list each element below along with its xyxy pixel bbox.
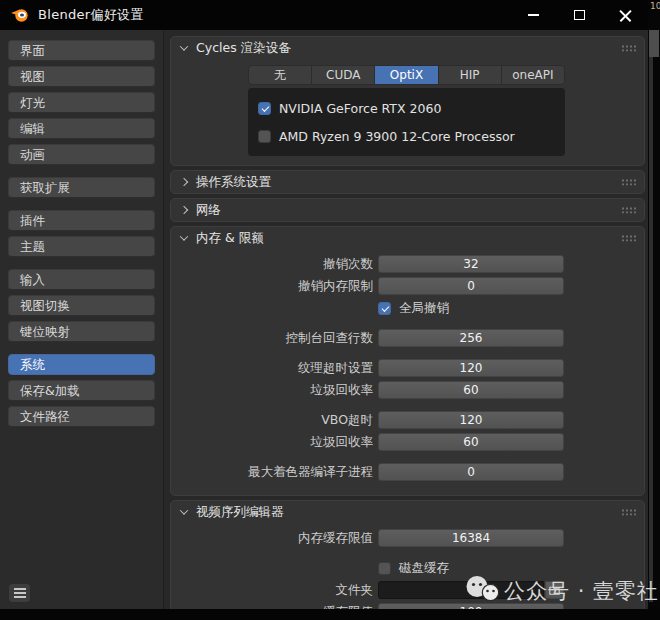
checkbox-label: 磁盘缓存 — [399, 560, 449, 577]
sidebar-item[interactable]: 插件 — [8, 210, 155, 231]
panel-header-video-sequencer[interactable]: 视频序列编辑器 — [171, 501, 644, 523]
sidebar-nav: 界面视图灯光编辑动画获取扩展插件主题输入视图切换键位映射系统保存&加载文件路径 — [0, 30, 164, 609]
sidebar-group: 界面视图灯光编辑动画 — [8, 40, 155, 165]
sidebar-item[interactable]: 系统 — [8, 354, 155, 375]
window-title: Blender偏好设置 — [38, 6, 144, 24]
field-label: 最大着色器编译子进程 — [171, 464, 373, 481]
row-gap — [171, 403, 644, 411]
grip-icon[interactable] — [621, 45, 636, 52]
panel-header-os-settings[interactable]: 操作系统设置 — [171, 171, 644, 193]
number-field[interactable]: 0 — [378, 463, 564, 481]
device-row: AMD Ryzen 9 3900 12-Core Processor — [258, 124, 555, 148]
panel-title: Cycles 渲染设备 — [196, 40, 291, 57]
checkbox[interactable] — [378, 302, 391, 315]
device-checkbox[interactable] — [258, 102, 271, 115]
maximize-icon — [574, 10, 585, 20]
number-field[interactable]: 60 — [378, 433, 564, 451]
background-fragment-column — [649, 57, 653, 602]
panel-network: 网络 — [170, 198, 645, 222]
field-label: 纹理超时设置 — [171, 360, 373, 377]
sidebar-item[interactable]: 获取扩展 — [8, 177, 155, 198]
number-field[interactable]: 0 — [378, 277, 564, 295]
device-list: NVIDIA GeForce RTX 2060AMD Ryzen 9 3900 … — [248, 88, 565, 156]
sidebar-item[interactable]: 动画 — [8, 144, 155, 165]
sidebar-item[interactable]: 键位映射 — [8, 321, 155, 342]
sidebar-item[interactable]: 编辑 — [8, 118, 155, 139]
sidebar-item[interactable]: 保存&加载 — [8, 380, 155, 401]
panel-memory-limits: 内存 & 限额撤销次数32撤销内存限制0全局撤销控制台回查行数256纹理超时设置… — [170, 226, 645, 496]
form-row: 撤销内存限制0 — [171, 277, 644, 295]
panel-os-settings: 操作系统设置 — [170, 170, 645, 194]
grip-icon[interactable] — [621, 207, 636, 214]
row-gap — [171, 551, 644, 559]
window-controls — [510, 0, 648, 30]
form-row: 控制台回查行数256 — [171, 329, 644, 347]
number-field[interactable]: 120 — [378, 411, 564, 429]
render-device-tab[interactable]: OptiX — [375, 66, 438, 84]
form-row: 撤销次数32 — [171, 255, 644, 273]
form-row: 全局撤销 — [171, 299, 644, 317]
checkbox[interactable] — [378, 562, 391, 575]
device-label: NVIDIA GeForce RTX 2060 — [279, 101, 441, 116]
grip-icon[interactable] — [621, 179, 636, 186]
device-row: NVIDIA GeForce RTX 2060 — [258, 96, 555, 120]
grip-icon[interactable] — [621, 235, 636, 242]
sidebar-group: 输入视图切换键位映射 — [8, 269, 155, 342]
row-gap — [171, 321, 644, 329]
form-row: 垃圾回收率60 — [171, 381, 644, 399]
field-label: 撤销内存限制 — [171, 278, 373, 295]
sidebar-group: 插件主题 — [8, 210, 155, 257]
field-label: 撤销次数 — [171, 256, 373, 273]
blender-preferences-window: Blender偏好设置 界面视图灯光编辑动画获取扩展插件主题输入视图切换键位映射… — [0, 0, 648, 609]
background-fragment-text: 10 — [650, 1, 660, 11]
watermark: 公众号 · 壹零社 — [464, 575, 659, 606]
panel-title: 网络 — [196, 202, 221, 219]
form-row: 最大着色器编译子进程0 — [171, 463, 644, 481]
sidebar-item[interactable]: 输入 — [8, 269, 155, 290]
close-button[interactable] — [602, 0, 648, 30]
form-row: 纹理超时设置120 — [171, 359, 644, 377]
close-icon — [619, 9, 632, 22]
field-label: 文件夹 — [171, 582, 373, 599]
sidebar-item[interactable]: 视图切换 — [8, 295, 155, 316]
number-field[interactable]: 32 — [378, 255, 564, 273]
field-label: 垃圾回收率 — [171, 434, 373, 451]
panel-cycles-render-devices: Cycles 渲染设备无CUDAOptiXHIPoneAPINVIDIA GeF… — [170, 36, 645, 166]
panel-title: 操作系统设置 — [196, 174, 271, 191]
main-panel-area: Cycles 渲染设备无CUDAOptiXHIPoneAPINVIDIA GeF… — [164, 30, 648, 609]
panel-header-network[interactable]: 网络 — [171, 199, 644, 221]
row-gap — [171, 455, 644, 463]
number-field[interactable]: 120 — [378, 359, 564, 377]
panel-header-memory-limits[interactable]: 内存 & 限额 — [171, 227, 644, 249]
device-checkbox[interactable] — [258, 130, 271, 143]
form-content: 撤销次数32撤销内存限制0全局撤销控制台回查行数256纹理超时设置120垃圾回收… — [171, 249, 644, 495]
number-field[interactable]: 256 — [378, 329, 564, 347]
title-bar[interactable]: Blender偏好设置 — [0, 0, 648, 30]
render-device-tab[interactable]: HIP — [439, 66, 502, 84]
sidebar-item[interactable]: 灯光 — [8, 92, 155, 113]
minimize-button[interactable] — [510, 0, 556, 30]
sidebar-item[interactable]: 文件路径 — [8, 406, 155, 427]
field-label: 内存缓存限值 — [171, 530, 373, 547]
number-field[interactable]: 16384 — [378, 529, 564, 547]
chevron-right-icon — [180, 178, 188, 186]
sidebar-group: 系统保存&加载文件路径 — [8, 354, 155, 427]
bottom-black-bar — [0, 609, 660, 620]
chevron-down-icon — [180, 232, 188, 240]
grip-icon[interactable] — [621, 509, 636, 516]
field-label: VBO超时 — [171, 412, 373, 429]
blender-logo-icon — [11, 8, 29, 22]
panel-title: 内存 & 限额 — [196, 230, 264, 247]
sidebar-item[interactable]: 界面 — [8, 40, 155, 61]
form-row: 内存缓存限值16384 — [171, 529, 644, 547]
sidebar-item[interactable]: 视图 — [8, 66, 155, 87]
panel-header-cycles-render-devices[interactable]: Cycles 渲染设备 — [171, 37, 644, 59]
render-device-tab[interactable]: oneAPI — [502, 66, 564, 84]
number-field[interactable]: 60 — [378, 381, 564, 399]
render-device-tab[interactable]: CUDA — [312, 66, 375, 84]
render-device-tab[interactable]: 无 — [249, 66, 312, 84]
sidebar-item[interactable]: 主题 — [8, 236, 155, 257]
render-devices-content: 无CUDAOptiXHIPoneAPINVIDIA GeForce RTX 20… — [171, 59, 644, 165]
hamburger-menu-button[interactable] — [8, 583, 31, 603]
maximize-button[interactable] — [556, 0, 602, 30]
